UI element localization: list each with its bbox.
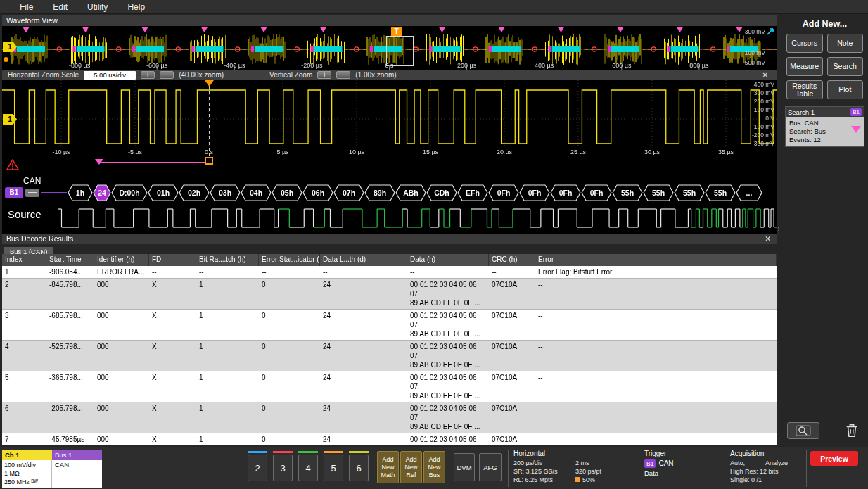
svg-text:55h: 55h [683, 189, 696, 197]
overview-time-label: -800 µs [69, 62, 90, 69]
column-header[interactable]: CRC (h) [489, 254, 535, 266]
table-cell: -- [196, 266, 259, 278]
column-header[interactable]: Bit Rat...tch (h) [196, 254, 259, 266]
source-label: Source [8, 208, 42, 220]
add-new-buttons: CursorsNoteMeasureSearchResults TablePlo… [781, 34, 868, 99]
close-results-icon[interactable]: ✕ [765, 234, 771, 244]
h-zoom-plus-button[interactable]: + [141, 71, 155, 79]
svg-text:0Fh: 0Fh [590, 189, 604, 197]
channel-6-button[interactable]: 6 [349, 455, 369, 481]
bus1-bottom-badge[interactable]: Bus 1 [52, 450, 102, 460]
h-zoom-scale-value[interactable]: 5.00 us/div [84, 71, 136, 80]
table-cell: 24 [320, 371, 407, 402]
h-zoom-minus-button[interactable]: − [160, 71, 174, 79]
bus1-badge[interactable]: B1 [5, 187, 23, 198]
trigger-level-icon [4, 57, 8, 62]
bus-handle[interactable] [25, 189, 39, 197]
menu-item-edit[interactable]: Edit [43, 1, 77, 13]
add-new-note-button[interactable]: Note [827, 34, 864, 53]
zoom-results-button[interactable] [787, 422, 819, 439]
menu-item-help[interactable]: Help [117, 1, 155, 13]
table-row[interactable]: 2-845.798...000X102400 01 02 03 04 05 06… [2, 279, 777, 310]
table-body[interactable]: 1-906.054...ERROR FRA...------------Erro… [2, 266, 777, 445]
v-zoom-label: Vertical Zoom [269, 71, 312, 79]
oscilloscope-screen: FileEditUtilityHelp Waveform View 1 -800… [0, 0, 868, 489]
menu-item-file[interactable]: File [10, 1, 43, 13]
table-header-row: IndexStart TimeIdentifier (h)FDBit Rat..… [2, 254, 777, 266]
search1-card[interactable]: Search 1 B1 Bus: CANSearch: BusEvents: 1… [785, 106, 864, 147]
add-new-measure-button[interactable]: Measure [786, 57, 823, 76]
preview-button[interactable]: Preview [810, 451, 858, 466]
add-new-cursors-button[interactable]: Cursors [786, 34, 823, 53]
add-new-ref-button[interactable]: Add New Ref [400, 451, 422, 483]
pan-zoom-icon[interactable] [765, 27, 775, 37]
table-row[interactable]: 3-685.798...000X102400 01 02 03 04 05 06… [2, 310, 777, 341]
dvm-button[interactable]: DVM [454, 453, 475, 481]
add-new-results-table-button[interactable]: Results Table [786, 80, 823, 99]
column-header[interactable]: Error [535, 254, 777, 266]
channel-color-strip [248, 451, 267, 453]
add-new-search-button[interactable]: Search [827, 57, 864, 76]
table-cell: 0 [259, 402, 320, 433]
bus-decode-track[interactable]: ! CAN B1 1h24D:00h01h02h03h04h05h06h07h8… [2, 156, 777, 234]
table-row[interactable]: 7-45.7985µs000X102400 01 02 03 04 05 06 … [2, 433, 777, 445]
table-row[interactable]: 4-525.798...000X102400 01 02 03 04 05 06… [2, 341, 777, 371]
table-row[interactable]: 6-205.798...000X102400 01 02 03 04 05 06… [2, 402, 777, 433]
overview-v-label: -500 mV [743, 59, 765, 66]
ch1-settings: 100 mV/div 1 MΩ 250 MHz ᴮᵂ [2, 460, 52, 488]
column-header[interactable]: Data L...th (d) [320, 254, 407, 266]
channel-color-strip [298, 451, 318, 453]
svg-text:CDh: CDh [434, 189, 449, 197]
acquisition-settings[interactable]: Acquisition Auto,Analyze High Res: 12 bi… [729, 449, 805, 484]
zoomed-canvas[interactable] [2, 80, 777, 156]
channel-3-button[interactable]: 3 [273, 455, 293, 481]
table-cell: 07C10A [489, 279, 535, 309]
menu-bar: FileEditUtilityHelp [0, 0, 868, 14]
afg-button[interactable]: AFG [479, 453, 502, 481]
channel-bus-card[interactable]: Ch 1 Bus 1 100 mV/div 1 MΩ 250 MHz ᴮᵂ CA… [2, 450, 102, 488]
add-new-math-button[interactable]: Add New Math [377, 451, 399, 483]
add-new-plot-button[interactable]: Plot [827, 80, 864, 99]
table-cell: 07C10A [489, 402, 535, 433]
close-zoom-icon[interactable]: ✕ [762, 71, 771, 79]
table-cell: 6 [2, 402, 46, 433]
svg-text:EFh: EFh [466, 189, 480, 197]
svg-text:06h: 06h [312, 189, 324, 197]
overview-time-label: 200 µs [457, 62, 476, 69]
channel-4-button[interactable]: 4 [298, 455, 318, 481]
horizontal-settings[interactable]: Horizontal 200 µs/div2 ms SR: 3.125 GS/s… [512, 449, 636, 484]
table-row[interactable]: 1-906.054...ERROR FRA...------------Erro… [2, 266, 777, 279]
zoom-position-marker [205, 157, 213, 165]
v-zoom-minus-button[interactable]: − [336, 71, 350, 79]
column-header[interactable]: FD [149, 254, 196, 266]
channel-2-button[interactable]: 2 [248, 455, 267, 481]
table-cell: 0 [259, 371, 320, 402]
table-cell: 3 [2, 310, 46, 340]
add-new-bus-button[interactable]: Add New Bus [423, 451, 445, 483]
delete-button[interactable] [840, 422, 864, 439]
channel-color-strip [324, 451, 343, 453]
magnifier-icon [796, 425, 811, 436]
trigger-settings[interactable]: Trigger B1CAN Data [643, 449, 720, 478]
column-header[interactable]: Index [2, 254, 46, 266]
v-zoom-plus-button[interactable]: + [317, 71, 331, 79]
table-cell: 2 [2, 279, 46, 309]
menu-item-utility[interactable]: Utility [77, 1, 117, 13]
zoomed-waveform[interactable]: 1 -10 µs-5 µs0 s5 µs10 µs15 µs20 µs25 µs… [2, 80, 777, 156]
zoom-v-label: 400 mV [754, 82, 774, 88]
channel-5-button[interactable]: 5 [324, 455, 343, 481]
column-header[interactable]: Start Time [46, 254, 94, 266]
column-header[interactable]: Identifier (h) [94, 254, 149, 266]
column-header[interactable]: Error Stat...icator (h) [259, 254, 320, 266]
overview-waveform[interactable]: 1 -800 µs-600 µs-400 µs-200 µs0 s200 µs4… [2, 26, 777, 70]
table-cell: -- [535, 433, 777, 445]
table-cell: 7 [2, 433, 46, 445]
overview-time-label: -400 µs [224, 62, 245, 69]
zoom-time-label: 0 s [205, 148, 213, 155]
results-table[interactable]: IndexStart TimeIdentifier (h)FDBit Rat..… [2, 254, 777, 445]
search1-bus-badge: B1 [850, 108, 862, 116]
ch1-badge[interactable]: Ch 1 [2, 450, 52, 460]
column-header[interactable]: Data (h) [407, 254, 489, 266]
table-row[interactable]: 5-365.798...000X102400 01 02 03 04 05 06… [2, 371, 777, 402]
table-cell: X [149, 279, 196, 309]
